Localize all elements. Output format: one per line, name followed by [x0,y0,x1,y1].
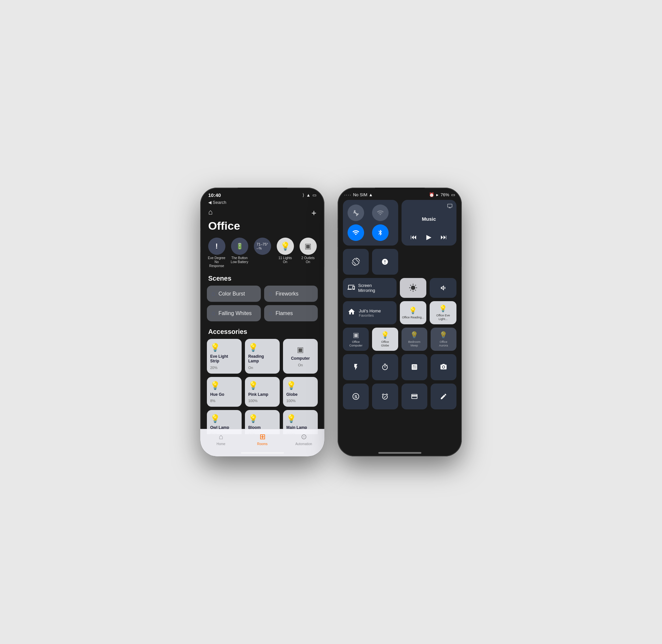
screen-mirroring-button[interactable]: ScreenMirroring [343,278,396,298]
button-battery-icon: 🔋 [231,238,248,255]
light-label: Office Reading... [402,316,424,319]
search-bar[interactable]: ◀ Search [200,198,324,205]
battery-percent: 76% [440,192,449,197]
timer-button[interactable] [372,354,398,380]
acc-status: 8% [210,399,238,403]
acc-name: Computer [291,356,310,361]
home-fav-subtitle: Favorites [359,314,381,317]
status-tile-button[interactable]: 🔋 The ButtonLow Battery [230,238,249,268]
office-computer-button[interactable]: ▣ OfficeComputer [343,328,369,351]
notch [375,188,425,198]
alarm-button[interactable] [372,384,398,409]
add-button[interactable]: + [312,208,316,218]
automation-tab-icon: ⊙ [301,433,307,441]
screen-mirroring-label: ScreenMirroring [358,283,375,293]
bedroom-meep-button[interactable]: 💡 BedroomMeep [402,328,427,351]
status-tile-outlets[interactable]: ▣ 2 OutletsOn [298,238,318,268]
home-content: ⌂ + Office ! Eve DegreeNo Response 🔋 The… [200,205,324,434]
bulb-icon: 💡 [210,343,238,352]
eve-degree-label: Eve DegreeNo Response [207,256,226,268]
cc-mid-row: ScreenMirroring [343,278,456,298]
office-eve-light-button[interactable]: 💡 Office Eve Light... [430,301,456,324]
volume-button[interactable] [430,278,456,298]
bulb-icon: 💡 [248,343,276,352]
music-block: Music ⏮ ▶ ⏭ [402,200,457,246]
right-phone: ···· No SIM ▲ ⏰ ▸ 76% ▭ [338,188,462,456]
lights-icon: 💡 [277,238,294,255]
status-tile-lights[interactable]: 💡 11 LightsOn [275,238,295,268]
acc-reading-lamp[interactable]: 💡 ReadingLamp On [245,339,280,374]
accessories-grid: 💡 Eve LightStrip 20% 💡 ReadingLamp On ▣ … [206,339,319,434]
battery-icon: ▭ [451,192,455,197]
acc-globe[interactable]: 💡 Globe 100% [283,377,318,407]
status-left: ···· No SIM ▲ [344,192,373,197]
scene-label: Flames [275,310,293,316]
status-tiles-row: ! Eve DegreeNo Response 🔋 The ButtonLow … [206,238,319,273]
scene-home-icon: ⌂ [269,290,272,297]
scene-color-burst[interactable]: ⌂ Color Burst [207,285,261,302]
scenes-grid: ⌂ Color Burst ⌂ Fireworks ⌂ Falling Whit… [206,285,319,327]
music-play-button[interactable]: ▶ [426,233,431,241]
cc-row-2 [343,249,456,275]
acc-eve-light-strip[interactable]: 💡 Eve LightStrip 20% [207,339,242,374]
status-tile-eve-degree[interactable]: ! Eve DegreeNo Response [207,238,226,268]
screen-rotation-button[interactable] [343,249,369,275]
scene-falling-whites[interactable]: ⌂ Falling Whites [207,305,261,321]
acc-pink-lamp[interactable]: 💡 Pink Lamp 100% [245,377,280,407]
room-title: Office [206,220,319,238]
wifi-icon: ▲ [306,192,311,198]
office-reading-button[interactable]: 💡 Office Reading... [400,301,427,324]
cellular-button[interactable] [372,205,389,221]
airplay-icon[interactable] [447,203,453,210]
dots-icon: ···· [344,192,351,197]
scene-home-icon: ⌂ [211,310,215,317]
tab-rooms[interactable]: ⊞ Rooms [242,433,283,446]
bulb-icon: 💡 [381,331,389,339]
outlet-icon: ▣ [353,331,359,339]
scenes-title: Scenes [206,273,319,285]
bulb-icon: 💡 [286,414,315,423]
automation-tab-label: Automation [295,442,312,446]
acc-name: ReadingLamp [248,354,276,364]
accessories-title: Accessories [206,327,319,339]
music-prev-button[interactable]: ⏮ [410,233,417,241]
wifi-button[interactable] [347,224,364,241]
notes-button[interactable] [431,384,456,409]
airplane-mode-button[interactable] [347,205,364,221]
scene-fireworks[interactable]: ⌂ Fireworks [264,285,318,302]
brightness-button[interactable] [400,278,427,298]
scene-flames[interactable]: ⌂ Flames [264,305,318,321]
status-tile-temp[interactable]: 71–75°--% [253,238,272,268]
flashlight-button[interactable] [343,354,369,380]
camera-button[interactable] [431,354,456,380]
acc-name: Hue Go [210,392,238,397]
office-globe-button[interactable]: 💡 OfficeGlobe [372,328,398,351]
shazam-button[interactable]: S [343,384,369,409]
home-icon-button[interactable]: ⌂ [208,208,212,216]
tab-home[interactable]: ⌂ Home [200,433,242,446]
lights-label: 11 LightsOn [278,256,292,264]
acc-status: On [298,363,303,367]
do-not-disturb-button[interactable] [372,249,398,275]
acc-computer[interactable]: ▣ Computer On [283,339,318,374]
scene-label: Color Burst [219,291,245,297]
office-aurora-button[interactable]: 💡 OfficeAurora [431,328,456,351]
outlets-label: 2 OutletsOn [301,256,315,264]
bluetooth-button[interactable] [372,224,389,241]
calculator-button[interactable] [402,354,427,380]
acc-name: Eve LightStrip [210,354,238,364]
bulb-icon: 💡 [248,414,276,423]
control-center-screen: ···· No SIM ▲ ⏰ ▸ 76% ▭ [338,188,462,456]
outlets-icon: ▣ [300,238,317,255]
acc-hue-go[interactable]: 💡 Hue Go 8% [207,377,242,407]
acc-status: On [248,366,276,370]
svg-text:S: S [355,394,358,399]
acc-status: 100% [248,399,276,403]
wallet-button[interactable] [402,384,427,409]
notch [238,188,287,198]
cc-tools-row-2: S [343,384,456,419]
music-next-button[interactable]: ⏭ [440,233,447,241]
tab-automation[interactable]: ⊙ Automation [283,433,324,446]
eve-degree-icon: ! [208,238,225,255]
home-favorites-button[interactable]: Juli's Home Favorites [343,301,396,324]
